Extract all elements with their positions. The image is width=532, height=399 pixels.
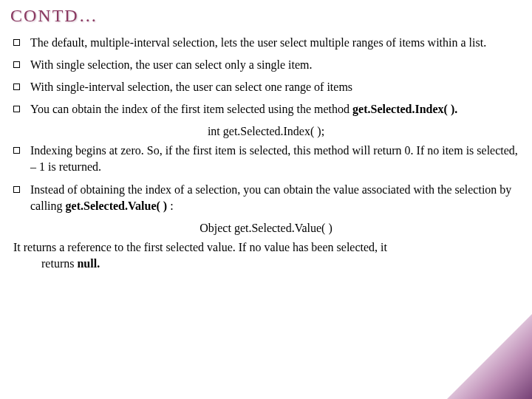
bullet-text: You can obtain the index of the first it… bbox=[30, 101, 519, 117]
text-fragment: You can obtain the index of the first it… bbox=[30, 103, 352, 115]
bullet-text: Instead of obtaining the index of a sele… bbox=[30, 182, 519, 214]
method-name: get.Selected.Value( ) bbox=[66, 200, 168, 212]
square-bullet-icon bbox=[13, 106, 20, 112]
footer-line-2: returns null. bbox=[13, 256, 519, 272]
decorative-corner-gradient bbox=[447, 314, 532, 399]
bullet-text: With single-interval selection, the user… bbox=[30, 79, 519, 95]
square-bullet-icon bbox=[13, 83, 20, 90]
text-fragment: : bbox=[167, 200, 173, 212]
bullet-item: Instead of obtaining the index of a sele… bbox=[13, 182, 519, 214]
square-bullet-icon bbox=[13, 147, 20, 154]
footer-line-1: It returns a reference to the first sele… bbox=[13, 239, 519, 256]
slide-content: The default, multiple-interval selection… bbox=[0, 32, 532, 236]
bullet-item: With single-interval selection, the user… bbox=[13, 79, 519, 95]
code-line: int get.Selected.Index( ); bbox=[13, 123, 519, 140]
bullet-item: You can obtain the index of the first it… bbox=[13, 101, 519, 117]
square-bullet-icon bbox=[13, 186, 20, 193]
bullet-text: The default, multiple-interval selection… bbox=[30, 35, 519, 51]
null-keyword: null. bbox=[77, 257, 100, 270]
slide-title: CONTD… bbox=[0, 0, 532, 32]
bullet-text: With single selection, the user can sele… bbox=[30, 57, 519, 73]
code-line: Object get.Selected.Value( ) bbox=[13, 220, 519, 236]
bullet-item: Indexing begins at zero. So, if the firs… bbox=[13, 143, 519, 175]
bullet-item: With single selection, the user can sele… bbox=[13, 57, 519, 73]
method-name: get.Selected.Index( ). bbox=[352, 103, 457, 115]
text-fragment: returns bbox=[41, 257, 77, 270]
bullet-item: The default, multiple-interval selection… bbox=[13, 35, 519, 51]
square-bullet-icon bbox=[13, 39, 20, 46]
bullet-text: Indexing begins at zero. So, if the firs… bbox=[30, 143, 519, 175]
square-bullet-icon bbox=[13, 61, 20, 68]
